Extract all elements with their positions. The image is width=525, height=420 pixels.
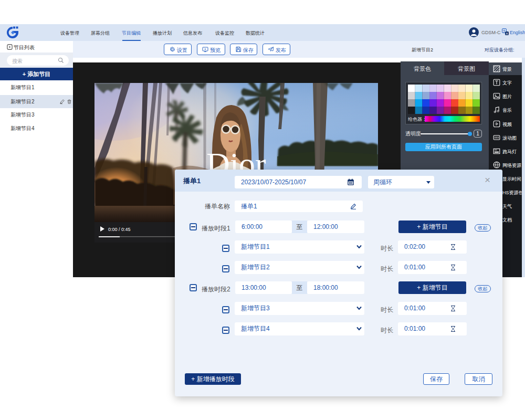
svg-text:0:00 / 0:45: 0:00 / 0:45	[108, 227, 131, 232]
svg-text:A: A	[506, 32, 508, 35]
